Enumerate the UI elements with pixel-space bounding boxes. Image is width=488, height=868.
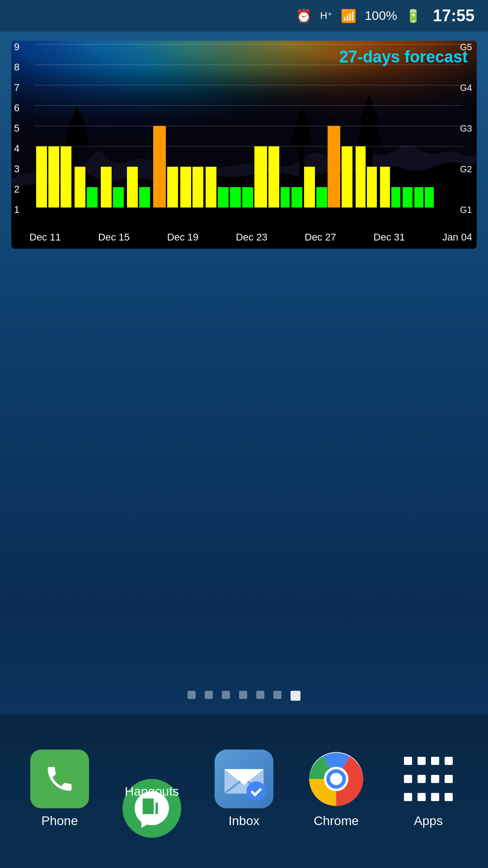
svg-rect-52 [328,126,340,208]
svg-rect-40 [180,167,191,208]
apps-dot [445,757,453,765]
network-icon: H⁺ [320,10,333,22]
svg-text:G3: G3 [460,123,472,133]
svg-rect-38 [153,126,166,208]
apps-dot [431,775,439,783]
svg-text:9: 9 [14,41,19,52]
svg-rect-48 [281,187,290,208]
dock-item-apps[interactable]: Apps [399,750,458,828]
svg-text:3: 3 [14,163,19,175]
svg-rect-35 [113,187,124,208]
bottom-dock: Phone Hangouts [0,714,488,868]
svg-rect-56 [380,167,390,208]
svg-text:G4: G4 [460,83,472,93]
svg-rect-39 [167,167,178,208]
svg-rect-47 [268,146,279,208]
svg-rect-42 [206,167,216,208]
svg-text:8: 8 [14,61,19,73]
x-label-dec15: Dec 15 [98,231,130,243]
x-label-dec23: Dec 23 [236,231,267,243]
svg-rect-32 [75,167,85,208]
x-label-dec19: Dec 19 [167,231,199,243]
svg-rect-43 [218,187,229,208]
inbox-label: Inbox [229,814,260,828]
page-indicators [0,691,488,701]
apps-dot [445,775,453,783]
hangouts-label: Hangouts [125,784,179,799]
apps-dot [431,793,439,801]
apps-dot [404,757,412,765]
alarm-icon: ⏰ [296,9,312,24]
svg-text:4: 4 [14,143,19,154]
status-bar: ⏰ H⁺ 📶 100% 🔋 17:55 [0,0,488,32]
phone-label: Phone [42,814,78,828]
x-label-jan04: Jan 04 [442,231,472,243]
svg-point-68 [330,773,342,785]
svg-text:1: 1 [14,204,19,215]
page-dot-6[interactable] [273,691,282,699]
apps-label: Apps [414,814,443,828]
svg-text:G1: G1 [460,205,472,215]
svg-rect-46 [254,146,267,208]
apps-dot [418,775,426,783]
svg-rect-45 [242,187,253,208]
svg-rect-53 [342,146,352,208]
svg-rect-41 [192,167,203,208]
page-dot-4[interactable] [239,691,247,699]
svg-rect-57 [391,187,400,208]
page-dot-5[interactable] [256,691,264,699]
chart-title: 27-days forecast [339,47,468,66]
apps-icon [399,750,458,808]
apps-dot [418,757,426,765]
svg-rect-55 [367,167,377,208]
svg-rect-51 [316,187,327,208]
svg-rect-33 [87,187,98,208]
apps-dot [404,793,412,801]
svg-rect-59 [414,187,423,208]
svg-rect-50 [304,167,315,208]
x-label-dec11: Dec 11 [29,231,61,243]
svg-text:6: 6 [14,102,19,113]
forecast-widget[interactable]: 27-days forecast 1 2 3 4 5 6 7 8 9 [11,41,477,249]
apps-dot [445,793,453,801]
apps-dot [404,775,412,783]
chrome-label: Chrome [314,814,359,828]
svg-text:5: 5 [14,123,19,134]
x-label-dec31: Dec 31 [374,231,405,243]
page-dot-2[interactable] [205,691,213,699]
svg-rect-29 [36,146,47,208]
page-dot-3[interactable] [222,691,230,699]
battery-icon: 🔋 [405,9,421,24]
svg-rect-60 [425,187,434,208]
svg-rect-44 [230,187,241,208]
page-dot-1[interactable] [188,691,196,699]
dock-item-inbox[interactable]: Inbox [215,750,273,828]
page-dot-7[interactable] [291,691,300,701]
dock-item-phone[interactable]: Phone [30,750,89,828]
svg-rect-37 [139,187,150,208]
x-axis: Dec 11 Dec 15 Dec 19 Dec 23 Dec 27 Dec 3… [29,226,472,249]
inbox-icon [215,750,273,808]
svg-point-64 [246,781,266,801]
dock-item-hangouts[interactable]: Hangouts [122,779,181,799]
svg-rect-49 [291,187,302,208]
svg-rect-54 [356,146,366,208]
x-label-dec27: Dec 27 [305,231,336,243]
svg-rect-36 [127,167,138,208]
apps-dot [418,793,426,801]
chrome-icon [307,750,366,808]
battery-percent: 100% [365,9,397,23]
svg-text:7: 7 [14,82,19,93]
dock-item-chrome[interactable]: Chrome [307,750,366,828]
svg-rect-34 [101,167,112,208]
apps-dot [431,757,439,765]
status-time: 17:55 [433,6,474,25]
signal-icon: 📶 [341,9,357,24]
phone-icon [30,750,89,808]
svg-text:G2: G2 [460,164,472,174]
svg-text:2: 2 [14,184,19,195]
svg-rect-30 [48,146,59,208]
svg-rect-31 [61,146,71,208]
svg-rect-58 [403,187,413,208]
